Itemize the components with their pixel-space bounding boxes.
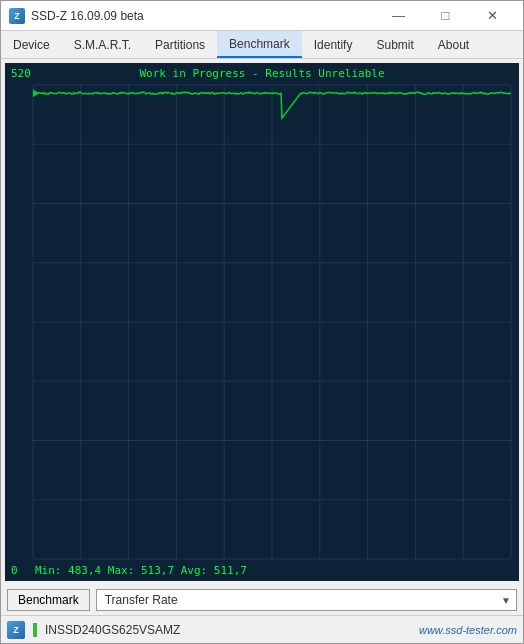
menu-item-device[interactable]: Device [1,31,62,58]
title-bar-left: Z SSD-Z 16.09.09 beta [9,8,144,24]
title-bar-controls: — □ ✕ [376,4,515,28]
status-bar: Z INSSD240GS625VSAMZ www.ssd-tester.com [1,615,523,643]
app-window: Z SSD-Z 16.09.09 beta — □ ✕ Device S.M.A… [0,0,524,644]
window-title: SSD-Z 16.09.09 beta [31,9,144,23]
main-content: 520 Work in Progress - Results Unreliabl… [1,59,523,615]
chart-y-min-label: 0 [11,564,18,577]
maximize-button[interactable]: □ [423,4,468,28]
bottom-controls: Benchmark Transfer RateIOPSAccess Time ▼ [1,585,523,615]
chart-stats: Min: 483,4 Max: 513,7 Avg: 511,7 [35,564,247,577]
minimize-button[interactable]: — [376,4,421,28]
menu-item-smart[interactable]: S.M.A.R.T. [62,31,143,58]
chart-y-max-label: 520 [11,67,31,80]
transfer-type-dropdown[interactable]: Transfer RateIOPSAccess Time [96,589,517,611]
drive-name-label: INSSD240GS625VSAMZ [45,623,411,637]
drive-activity-indicator [33,623,37,637]
menu-item-identify[interactable]: Identify [302,31,365,58]
benchmark-button[interactable]: Benchmark [7,589,90,611]
menu-item-submit[interactable]: Submit [364,31,425,58]
benchmark-chart [5,63,519,581]
menu-bar: Device S.M.A.R.T. Partitions Benchmark I… [1,31,523,59]
menu-item-about[interactable]: About [426,31,481,58]
chart-title: Work in Progress - Results Unreliable [139,67,384,80]
menu-item-benchmark[interactable]: Benchmark [217,31,302,58]
status-app-icon: Z [7,621,25,639]
menu-item-partitions[interactable]: Partitions [143,31,217,58]
title-bar: Z SSD-Z 16.09.09 beta — □ ✕ [1,1,523,31]
app-icon: Z [9,8,25,24]
chart-container: 520 Work in Progress - Results Unreliabl… [5,63,519,581]
close-button[interactable]: ✕ [470,4,515,28]
dropdown-container: Transfer RateIOPSAccess Time ▼ [96,589,517,611]
website-label: www.ssd-tester.com [419,624,517,636]
